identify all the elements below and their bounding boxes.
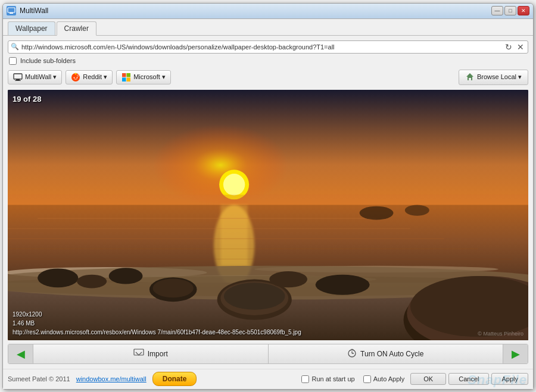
import-button[interactable]: Import xyxy=(33,344,269,364)
tab-wallpaper[interactable]: Wallpaper xyxy=(8,21,55,35)
svg-point-6 xyxy=(74,77,75,78)
image-size: 1.46 MB xyxy=(13,319,301,328)
microsoft-source-button[interactable]: Microsoft ▾ xyxy=(116,70,171,84)
timer-icon xyxy=(347,348,357,359)
svg-point-42 xyxy=(38,268,78,287)
next-button[interactable]: ▶ xyxy=(503,344,528,364)
auto-apply-label: Auto Apply xyxy=(373,375,405,382)
image-viewer: 19 of 28 xyxy=(8,90,528,340)
run-startup-label: Run at start up xyxy=(311,375,354,382)
website-link[interactable]: windowbox.me/multiwall xyxy=(76,375,147,382)
status-bar: Sumeet Patel © 2011 windowbox.me/multiwa… xyxy=(3,369,533,389)
multiwall-source-button[interactable]: MultiWall ▾ xyxy=(8,70,62,84)
run-startup-option: Run at start up xyxy=(301,375,354,383)
image-watermark: © Matteus Pinheiro xyxy=(478,331,523,337)
main-window: MultiWall — □ ✕ Wallpaper Crawler 🔍 ↻ ✕ … xyxy=(2,3,534,390)
subfolder-checkbox[interactable] xyxy=(9,57,17,65)
maximize-button[interactable]: □ xyxy=(504,6,516,15)
house-icon xyxy=(465,72,475,83)
prev-button[interactable]: ◀ xyxy=(8,344,33,364)
microsoft-icon xyxy=(121,73,131,82)
minimize-button[interactable]: — xyxy=(491,6,503,15)
svg-point-37 xyxy=(153,278,194,297)
svg-rect-0 xyxy=(8,8,15,12)
svg-point-8 xyxy=(77,74,79,76)
svg-point-38 xyxy=(316,274,370,294)
clear-url-button[interactable]: ✕ xyxy=(516,42,525,52)
svg-rect-13 xyxy=(127,77,131,81)
svg-rect-1 xyxy=(10,12,13,14)
image-counter: 19 of 28 xyxy=(13,95,41,104)
svg-rect-12 xyxy=(122,77,126,81)
svg-point-43 xyxy=(77,274,107,288)
refresh-button[interactable]: ↻ xyxy=(504,42,513,52)
ok-button[interactable]: OK xyxy=(410,373,446,385)
auto-apply-option: Auto Apply xyxy=(363,375,405,383)
source-bar: MultiWall ▾ Reddit ▾ xyxy=(8,68,528,86)
svg-point-7 xyxy=(77,77,78,78)
image-url: http://res2.windows.microsoft.com/resbox… xyxy=(13,328,301,337)
auto-apply-checkbox[interactable] xyxy=(363,375,371,383)
search-icon: 🔍 xyxy=(11,43,19,51)
reddit-icon xyxy=(71,73,80,82)
svg-rect-10 xyxy=(122,73,126,77)
monitor-icon xyxy=(13,73,23,82)
auto-cycle-label: Turn ON Auto Cycle xyxy=(360,350,423,358)
svg-rect-11 xyxy=(127,73,131,77)
apply-button[interactable]: Apply xyxy=(491,373,528,385)
subfolder-label: Include sub-folders xyxy=(20,57,76,64)
window-title: MultiWall xyxy=(20,7,48,15)
svg-point-9 xyxy=(75,73,77,74)
tab-crawler[interactable]: Crawler xyxy=(57,21,96,36)
copyright-text: Sumeet Patel © 2011 xyxy=(8,375,70,382)
url-input[interactable] xyxy=(21,43,501,51)
app-icon xyxy=(7,6,16,15)
url-actions: ↻ ✕ xyxy=(504,42,525,52)
action-buttons: OK Cancel Apply xyxy=(410,373,528,385)
status-options: Run at start up Auto Apply xyxy=(301,375,404,383)
svg-point-47 xyxy=(405,205,429,215)
svg-point-45 xyxy=(269,271,307,287)
svg-point-46 xyxy=(360,206,394,219)
svg-rect-4 xyxy=(15,80,21,81)
wallpaper-image xyxy=(8,90,528,340)
main-content: 🔍 ↻ ✕ Include sub-folders xyxy=(3,36,533,369)
svg-rect-50 xyxy=(134,349,144,355)
auto-cycle-button[interactable]: Turn ON Auto Cycle xyxy=(269,344,503,364)
bottom-toolbar: ◀ Import xyxy=(8,344,528,364)
subfolder-row: Include sub-folders xyxy=(8,57,528,65)
svg-point-35 xyxy=(224,283,285,310)
cancel-button[interactable]: Cancel xyxy=(448,373,489,385)
import-icon xyxy=(133,349,144,359)
run-startup-checkbox[interactable] xyxy=(301,375,309,383)
svg-rect-3 xyxy=(16,79,20,80)
title-bar: MultiWall — □ ✕ xyxy=(3,4,533,19)
browse-local-button[interactable]: Browse Local ▾ xyxy=(459,70,528,85)
svg-point-44 xyxy=(109,268,143,284)
close-button[interactable]: ✕ xyxy=(518,6,529,15)
donate-button[interactable]: Donate xyxy=(152,372,197,386)
svg-rect-21 xyxy=(220,205,248,265)
title-controls: — □ ✕ xyxy=(491,6,529,15)
reddit-source-button[interactable]: Reddit ▾ xyxy=(66,70,113,84)
import-label: Import xyxy=(148,350,168,358)
image-resolution: 1920x1200 xyxy=(13,310,301,319)
svg-rect-2 xyxy=(14,74,22,79)
image-info: 1920x1200 1.46 MB http://res2.windows.mi… xyxy=(13,310,301,337)
tabs-bar: Wallpaper Crawler xyxy=(3,19,533,36)
title-bar-left: MultiWall xyxy=(7,6,48,15)
url-bar: 🔍 ↻ ✕ xyxy=(8,40,528,54)
svg-point-17 xyxy=(223,174,245,195)
